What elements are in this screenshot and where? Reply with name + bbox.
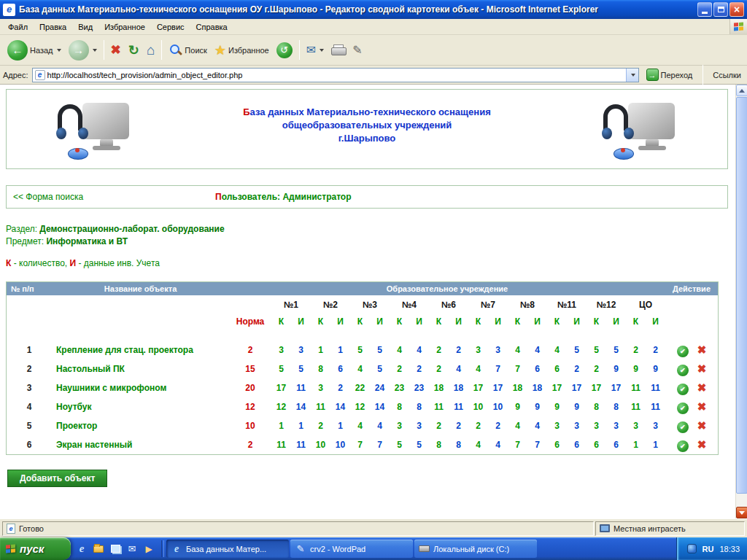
refresh-button[interactable]: ↻ bbox=[125, 41, 143, 60]
vertical-scrollbar[interactable] bbox=[735, 85, 747, 518]
i-column-label: И bbox=[330, 314, 350, 329]
menu-item[interactable]: Вид bbox=[72, 20, 98, 34]
i-value: 2 bbox=[488, 416, 508, 435]
forward-dropdown-icon[interactable] bbox=[93, 49, 97, 52]
mail-icon[interactable]: ✉ bbox=[125, 542, 139, 556]
k-value: 2 bbox=[587, 359, 606, 378]
norm-value: 10 bbox=[229, 416, 271, 435]
i-value: 24 bbox=[370, 378, 390, 397]
close-button[interactable]: × bbox=[729, 2, 744, 17]
k-value: 18 bbox=[429, 378, 449, 397]
i-value: 9 bbox=[527, 397, 547, 416]
i-value: 17 bbox=[567, 378, 587, 397]
address-dropdown-button[interactable] bbox=[626, 69, 638, 82]
object-name-link[interactable]: Экран настенный bbox=[52, 435, 229, 454]
taskbar-task-button[interactable]: eБаза данных Матер... bbox=[166, 540, 289, 558]
media-player-icon[interactable]: ▶ bbox=[142, 542, 156, 556]
disk-icon bbox=[419, 545, 430, 552]
delete-icon[interactable]: ✖ bbox=[697, 400, 707, 413]
page-content: База данных Материально-технического осн… bbox=[0, 85, 735, 518]
menu-item[interactable]: Правка bbox=[34, 20, 72, 34]
confirm-icon[interactable]: ✔ bbox=[677, 402, 689, 414]
taskbar-task-button[interactable]: Локальный диск (C:) bbox=[414, 540, 537, 558]
tray-network-icon[interactable] bbox=[687, 544, 697, 553]
stop-button[interactable]: ✖ bbox=[107, 41, 125, 59]
history-button[interactable]: ↺ bbox=[273, 41, 296, 60]
k-value: 8 bbox=[429, 435, 449, 454]
browser-toolbar: ← Назад → ✖ ↻ ⌂ Поиск ★ Избранное ↺ ✉ ✎ bbox=[0, 35, 747, 66]
object-name-link[interactable]: Наушники с микрофоном bbox=[52, 378, 229, 397]
mail-button[interactable]: ✉ bbox=[303, 42, 328, 58]
row-number: 1 bbox=[7, 341, 52, 359]
maximize-button[interactable] bbox=[713, 2, 728, 17]
confirm-icon[interactable]: ✔ bbox=[677, 421, 689, 433]
delete-icon[interactable]: ✖ bbox=[697, 362, 707, 375]
show-desktop-icon[interactable] bbox=[108, 542, 123, 556]
back-dropdown-icon[interactable] bbox=[57, 49, 61, 52]
folder-icon[interactable] bbox=[91, 542, 106, 556]
links-button[interactable]: Ссылки bbox=[710, 71, 744, 79]
delete-icon[interactable]: ✖ bbox=[697, 343, 707, 356]
forward-arrow-icon: → bbox=[69, 40, 89, 61]
confirm-icon[interactable]: ✔ bbox=[677, 440, 689, 452]
scroll-down-button[interactable] bbox=[736, 507, 747, 518]
k-value: 6 bbox=[547, 435, 567, 454]
language-indicator[interactable]: RU bbox=[703, 545, 714, 553]
home-button[interactable]: ⌂ bbox=[143, 41, 158, 60]
i-value: 7 bbox=[370, 435, 390, 454]
taskbar-task-button[interactable]: ✎crv2 - WordPad bbox=[290, 540, 413, 558]
delete-icon[interactable]: ✖ bbox=[697, 438, 707, 451]
i-value: 8 bbox=[409, 397, 429, 416]
menu-item[interactable]: Справка bbox=[190, 20, 233, 34]
k-value: 4 bbox=[350, 359, 370, 378]
go-button[interactable]: → Переход bbox=[643, 67, 697, 82]
task-label: crv2 - WordPad bbox=[310, 545, 365, 553]
refresh-icon: ↻ bbox=[128, 42, 139, 58]
scrollbar-thumb[interactable] bbox=[736, 97, 747, 494]
back-arrow-icon: ← bbox=[7, 40, 28, 61]
object-name-link[interactable]: Проектор bbox=[52, 416, 229, 435]
school-column-header: №7 bbox=[468, 295, 508, 314]
row-actions: ✔✖ bbox=[665, 416, 718, 435]
ie-icon[interactable]: e bbox=[74, 542, 89, 556]
menu-item[interactable]: Файл bbox=[2, 20, 34, 34]
print-button[interactable] bbox=[328, 43, 349, 57]
object-name-link[interactable]: Настольный ПК bbox=[52, 359, 229, 378]
delete-icon[interactable]: ✖ bbox=[697, 419, 707, 432]
confirm-icon[interactable]: ✔ bbox=[677, 384, 689, 395]
confirm-icon[interactable]: ✔ bbox=[677, 346, 689, 357]
clock[interactable]: 18:33 bbox=[719, 545, 740, 553]
scroll-up-button[interactable] bbox=[736, 85, 747, 96]
minimize-button[interactable] bbox=[697, 2, 712, 17]
i-value: 1 bbox=[330, 416, 350, 435]
start-label: пуск bbox=[20, 542, 44, 555]
quick-launch-bar: e✉▶ bbox=[71, 537, 160, 560]
menu-item[interactable]: Сервис bbox=[151, 20, 190, 34]
i-value: 17 bbox=[488, 378, 508, 397]
print-icon bbox=[331, 44, 345, 55]
start-button[interactable]: пуск bbox=[0, 537, 71, 560]
mail-dropdown-icon[interactable] bbox=[320, 49, 324, 52]
k-value: 1 bbox=[271, 416, 291, 435]
row-number: 5 bbox=[7, 416, 52, 435]
k-value: 9 bbox=[626, 359, 646, 378]
k-value: 4 bbox=[350, 416, 370, 435]
delete-icon[interactable]: ✖ bbox=[697, 381, 707, 394]
menu-item[interactable]: Избранное bbox=[98, 20, 151, 34]
add-object-button[interactable]: Добавить объект bbox=[7, 470, 107, 487]
edit-button[interactable]: ✎ bbox=[349, 42, 365, 58]
back-button[interactable]: ← Назад bbox=[4, 39, 65, 62]
confirm-icon[interactable]: ✔ bbox=[677, 365, 689, 376]
page-header-box: База данных Материально-технического осн… bbox=[6, 89, 728, 169]
address-input[interactable] bbox=[47, 69, 626, 81]
favorites-button[interactable]: ★ Избранное bbox=[211, 41, 273, 60]
forward-button[interactable]: → bbox=[65, 39, 101, 62]
search-button[interactable]: Поиск bbox=[165, 42, 210, 58]
object-name-link[interactable]: Крепление для стац. проектора bbox=[52, 341, 229, 359]
object-name-link[interactable]: Ноутбук bbox=[52, 397, 229, 416]
i-value: 2 bbox=[449, 416, 468, 435]
k-column-label: К bbox=[350, 314, 370, 329]
search-form-link[interactable]: << Форма поиска bbox=[13, 192, 83, 202]
i-value: 6 bbox=[606, 435, 626, 454]
k-value: 10 bbox=[468, 397, 488, 416]
